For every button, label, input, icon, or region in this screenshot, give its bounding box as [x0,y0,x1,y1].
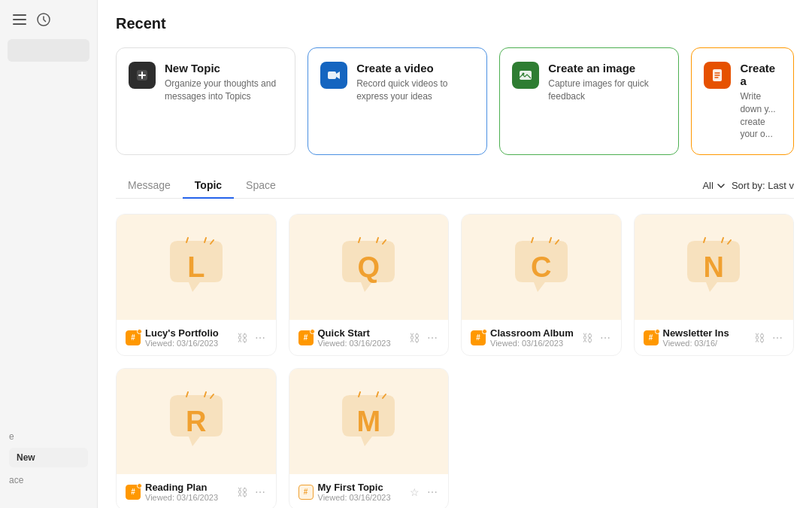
more-icon[interactable]: ⋯ [598,330,612,345]
tab-space[interactable]: Space [234,173,288,199]
topic-letter: N [704,251,724,284]
topic-details: My First Topic Viewed: 03/16/2023 [318,482,404,502]
topic-thumbnail: M [289,369,449,474]
topic-actions: ☆ ⋯ [408,485,439,500]
create-image-icon [512,62,539,89]
topic-letter: L [187,251,205,284]
sidebar: e New ace [0,0,98,508]
topic-info: # Newsletter Ins Viewed: 03/16/ ⛓ ⋯ [635,320,794,355]
topic-letter: C [531,251,551,284]
topic-name: Quick Start [318,327,404,339]
chevron-down-icon [717,181,726,190]
topic-letter: M [356,406,380,438]
topic-info: # Lucy's Portfolio Viewed: 03/16/2023 ⛓ … [117,320,276,355]
topic-name: Lucy's Portfolio [145,327,231,339]
create-doc-text: Create a Write down y... create your o..… [740,62,781,141]
topic-actions: ⛓ ⋯ [235,330,267,345]
topic-thumbnail: R [117,369,276,474]
topic-card-lucys-portfolio[interactable]: L # Lucy's Portfolio Viewed: 03/16/2023 … [116,214,277,356]
new-topic-title: New Topic [165,62,283,75]
topic-details: Newsletter Ins Viewed: 03/16/ [663,327,749,348]
new-topic-text: New Topic Organize your thoughts and mes… [165,62,283,103]
topic-viewed: Viewed: 03/16/2023 [318,493,404,502]
topic-card-reading-plan[interactable]: R # Reading Plan Viewed: 03/16/2023 ⛓ ⋯ [116,368,277,508]
more-icon[interactable]: ⋯ [426,330,439,345]
topic-viewed: Viewed: 03/16/2023 [490,339,576,348]
topic-bubble: L [162,233,230,301]
sidebar-new-button[interactable]: New [9,448,88,467]
topic-thumbnail: L [117,214,276,320]
create-doc-card[interactable]: Create a Write down y... create your o..… [691,47,794,155]
topic-thumbnail: Q [289,214,449,320]
topic-actions: ⛓ ⋯ [235,485,267,500]
topic-badge: # [298,330,314,345]
all-filter-dropdown[interactable]: All [702,180,725,191]
tab-message[interactable]: Message [116,173,183,199]
hamburger-icon[interactable] [12,12,27,27]
star-icon[interactable]: ☆ [408,485,421,500]
create-image-text: Create an image Capture images for quick… [548,62,666,103]
link-icon[interactable]: ⛓ [408,330,421,345]
link-icon[interactable]: ⛓ [235,330,249,345]
action-cards-row: New Topic Organize your thoughts and mes… [116,47,794,155]
sidebar-section-e: e [9,428,88,445]
link-icon[interactable]: ⛓ [580,330,594,345]
new-topic-card[interactable]: New Topic Organize your thoughts and mes… [116,47,295,155]
topic-name: My First Topic [318,482,404,493]
tab-topic[interactable]: Topic [183,173,234,199]
more-icon[interactable]: ⋯ [426,485,439,500]
main-content: Recent New Topic Organize your thoughts … [98,0,812,508]
more-icon[interactable]: ⋯ [253,485,267,500]
topic-card-quick-start[interactable]: Q # Quick Start Viewed: 03/16/2023 ⛓ ⋯ [289,214,450,356]
topic-name: Reading Plan [145,482,231,493]
create-doc-desc: Write down y... create your o... [740,90,781,141]
topic-bubble: C [508,233,575,301]
topic-info: # Reading Plan Viewed: 03/16/2023 ⛓ ⋯ [117,474,276,508]
more-icon[interactable]: ⋯ [253,330,267,345]
sidebar-search [8,39,89,62]
create-image-card[interactable]: Create an image Capture images for quick… [499,47,679,155]
topic-info: # My First Topic Viewed: 03/16/2023 ☆ ⋯ [289,474,449,508]
create-video-card[interactable]: Create a video Record quick videos to ex… [308,47,487,155]
topic-badge: # [298,485,314,500]
tabs-filter-area: All Sort by: Last v [702,180,794,191]
topic-letter: R [186,406,206,438]
topic-actions: ⛓ ⋯ [580,330,612,345]
sidebar-top [0,12,97,39]
topic-card-newsletter[interactable]: N # Newsletter Ins Viewed: 03/16/ ⛓ ⋯ [634,214,795,356]
topic-actions: ⛓ ⋯ [753,330,784,345]
topic-name: Classroom Album [490,327,576,339]
create-video-desc: Record quick videos to express your idea… [356,78,474,103]
create-video-title: Create a video [356,62,474,75]
topic-details: Quick Start Viewed: 03/16/2023 [318,327,404,348]
clock-icon[interactable] [36,12,51,27]
topic-badge: # [644,330,659,345]
all-filter-label: All [702,180,713,191]
new-topic-icon [129,62,156,89]
topic-info: # Quick Start Viewed: 03/16/2023 ⛓ ⋯ [289,320,449,355]
topic-actions: ⛓ ⋯ [408,330,439,345]
topic-viewed: Viewed: 03/16/ [663,339,749,348]
svg-rect-5 [328,71,336,79]
topic-bubble: N [680,233,747,301]
link-icon[interactable]: ⛓ [753,330,766,345]
sort-label: Sort by: Last v [732,180,794,191]
more-icon[interactable]: ⋯ [771,330,784,345]
svg-rect-1 [13,19,26,20]
create-doc-icon [704,62,731,89]
topic-card-classroom-album[interactable]: C # Classroom Album Viewed: 03/16/2023 ⛓… [461,214,622,356]
topic-viewed: Viewed: 03/16/2023 [318,339,404,348]
topic-thumbnail: C [462,214,621,320]
create-image-desc: Capture images for quick feedback [548,78,666,103]
topic-details: Lucy's Portfolio Viewed: 03/16/2023 [145,327,231,348]
link-icon[interactable]: ⛓ [235,485,249,500]
new-topic-desc: Organize your thoughts and messages into… [165,78,283,103]
topic-bubble: R [162,388,230,455]
topic-bubble: Q [335,233,402,301]
topic-viewed: Viewed: 03/16/2023 [145,493,231,502]
create-video-icon [320,62,347,89]
topic-bubble: M [335,388,402,455]
create-video-text: Create a video Record quick videos to ex… [356,62,474,103]
topic-card-my-first-topic[interactable]: M # My First Topic Viewed: 03/16/2023 ☆ … [289,368,450,508]
topic-details: Reading Plan Viewed: 03/16/2023 [145,482,231,502]
